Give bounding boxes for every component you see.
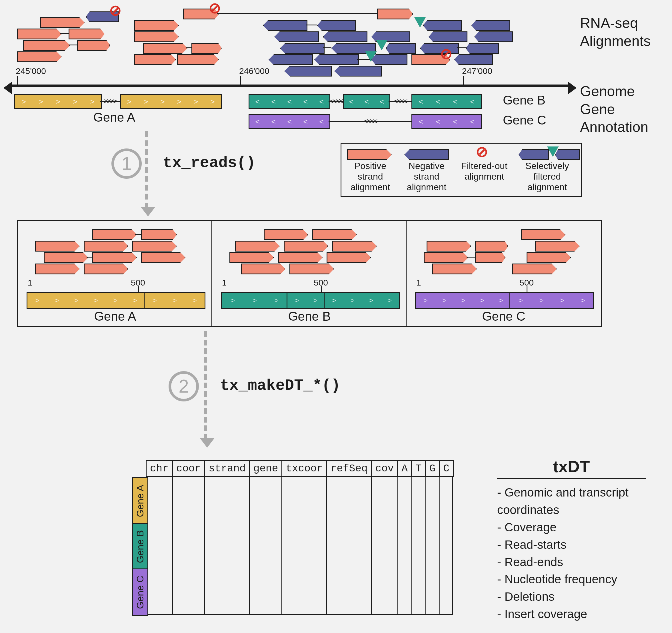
gene-b-label: Gene B bbox=[503, 93, 546, 107]
read-neg bbox=[323, 31, 367, 42]
read-pos bbox=[475, 252, 505, 263]
read-pos bbox=[141, 229, 177, 240]
read-join bbox=[457, 47, 466, 48]
read-pos bbox=[332, 241, 377, 252]
txdt-col-A: A bbox=[398, 461, 412, 477]
read-neg bbox=[334, 66, 382, 77]
read-neg bbox=[454, 54, 493, 65]
genome-axis bbox=[11, 84, 569, 87]
read-pos bbox=[134, 20, 179, 31]
read-pos bbox=[284, 241, 328, 252]
txdt-item: Read-starts bbox=[497, 536, 646, 554]
read-pos bbox=[17, 29, 62, 40]
read-pos bbox=[143, 43, 187, 54]
step-arrow bbox=[145, 131, 148, 208]
legend-read-neg bbox=[555, 149, 580, 160]
read-pos bbox=[191, 43, 222, 54]
panel-gene-label: Gene B bbox=[288, 309, 331, 324]
read-neg bbox=[274, 31, 319, 42]
read-join bbox=[135, 234, 141, 235]
txdt-col-divider bbox=[426, 477, 426, 614]
panel-gene-a: 1 500 Gene A bbox=[17, 220, 213, 327]
txdt-title: txDT bbox=[497, 457, 646, 476]
read-neg bbox=[317, 20, 356, 31]
read-pos bbox=[132, 241, 177, 252]
read-pos bbox=[432, 263, 477, 274]
read-pos bbox=[35, 263, 80, 274]
no-entry-icon: ⊘ bbox=[109, 3, 122, 18]
panel-gene-b: 1 500 Gene B bbox=[211, 220, 407, 327]
axis-tick-label: 246'000 bbox=[239, 66, 269, 76]
read-join bbox=[186, 47, 191, 48]
step-function-2: tx_makeDT_*() bbox=[220, 377, 340, 394]
legend-neg-label: Negative strand alignment bbox=[407, 161, 447, 192]
txdt-body: Gene A Gene B Gene C bbox=[146, 477, 453, 615]
read-neg bbox=[386, 43, 416, 54]
read-pos bbox=[134, 54, 176, 65]
read-pos bbox=[69, 29, 104, 40]
read-pos bbox=[40, 17, 85, 28]
txdt-description: txDT Genomic and transcript coordinatesC… bbox=[497, 457, 646, 623]
legend-read-pos bbox=[347, 149, 392, 160]
txdt-col-chr: chr bbox=[146, 461, 173, 477]
txdt-item: Coverage bbox=[497, 519, 646, 536]
gene-b-exon bbox=[411, 94, 482, 109]
txdt-col-C: C bbox=[439, 461, 453, 477]
read-pos bbox=[527, 252, 571, 263]
read-neg bbox=[284, 66, 332, 77]
read-pos bbox=[134, 31, 179, 42]
step-number-circle: 1 bbox=[112, 149, 142, 179]
track-labels: RNA-seq Alignments Genome Gene Annotatio… bbox=[580, 14, 651, 136]
txdt-col-divider bbox=[249, 477, 250, 614]
read-neg bbox=[420, 43, 459, 54]
txdt-item: Nucleotide frequency bbox=[497, 571, 646, 588]
read-neg bbox=[466, 43, 499, 54]
read-pos bbox=[84, 263, 128, 274]
tick-label: 1 bbox=[222, 278, 227, 287]
gene-a-exon bbox=[14, 94, 102, 109]
gene-b-exon bbox=[248, 94, 330, 109]
txdt-col-divider bbox=[204, 477, 205, 614]
read-neg bbox=[263, 20, 307, 31]
gene-a-exon bbox=[120, 94, 222, 109]
panel-exon bbox=[287, 292, 326, 309]
read-pos bbox=[327, 252, 371, 263]
read-pos bbox=[424, 252, 468, 263]
read-pos bbox=[475, 241, 508, 252]
read-neg bbox=[474, 31, 513, 42]
axis-tick-label: 247'000 bbox=[462, 66, 492, 76]
txdt-col-cov: cov bbox=[371, 461, 398, 477]
filter-triangle-icon bbox=[376, 40, 387, 50]
gene-c-exon bbox=[248, 114, 330, 129]
txdt-col-divider bbox=[172, 477, 173, 614]
label-annotation: Annotation bbox=[580, 118, 651, 136]
read-pos bbox=[521, 229, 566, 240]
read-pos bbox=[92, 252, 137, 263]
step-number: 2 bbox=[178, 376, 189, 397]
read-pos bbox=[278, 252, 322, 263]
row-gene-b: Gene B bbox=[132, 523, 148, 570]
txdt-item: Deletions bbox=[497, 588, 646, 606]
step-number: 1 bbox=[121, 153, 132, 174]
gene-b-exon bbox=[343, 94, 390, 109]
gene-intron bbox=[389, 101, 411, 102]
tick-label: 500 bbox=[520, 278, 534, 287]
read-join bbox=[217, 13, 377, 14]
read-join bbox=[69, 45, 77, 45]
panel-exon bbox=[324, 292, 400, 309]
read-pos bbox=[427, 241, 471, 252]
tick-label: 1 bbox=[28, 278, 32, 287]
read-pos bbox=[141, 252, 186, 263]
read-pos bbox=[241, 263, 285, 274]
txdt-col-refSeq: refSeq bbox=[327, 461, 371, 477]
txdt-col-divider bbox=[411, 477, 412, 614]
step-arrow bbox=[204, 331, 207, 440]
gene-c-exon bbox=[411, 114, 482, 129]
step-number-circle: 2 bbox=[169, 371, 199, 401]
panel-gene-c: 1 500 Gene C bbox=[406, 220, 602, 327]
read-pos bbox=[377, 8, 413, 19]
gene-intron bbox=[100, 101, 120, 102]
read-pos bbox=[84, 241, 128, 252]
read-neg bbox=[280, 43, 325, 54]
read-neg bbox=[314, 54, 359, 65]
